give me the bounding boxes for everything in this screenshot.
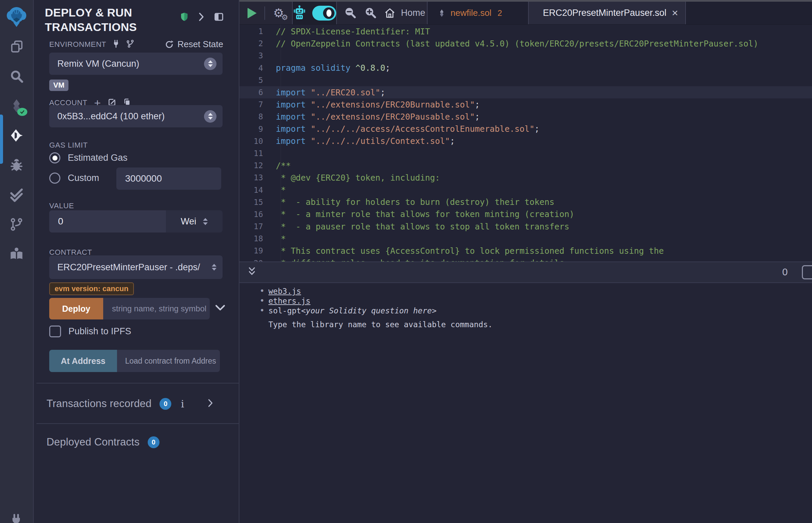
contract-select[interactable]: ERC20PresetMinterPauser - .deps/: [49, 255, 223, 279]
zoom-in-icon[interactable]: [364, 6, 377, 20]
unit-testing-icon[interactable]: [9, 187, 24, 202]
line-number: 10: [240, 137, 272, 146]
code-line[interactable]: 11: [240, 147, 812, 159]
terminal-link[interactable]: ethers.js: [268, 296, 311, 305]
code-line[interactable]: 12/**: [240, 159, 812, 172]
ai-copilot-robot-icon[interactable]: [293, 5, 306, 21]
terminal-item: •sol-gpt <your Solidity question here>: [260, 306, 812, 316]
line-number: 15: [240, 198, 272, 206]
code-line[interactable]: 5: [240, 74, 812, 86]
code-line[interactable]: 1// SPDX-License-Identifier: MIT: [240, 25, 812, 37]
line-number: 14: [240, 186, 272, 195]
account-select[interactable]: 0x5B3...eddC4 (100 ether): [49, 105, 223, 127]
code-line[interactable]: 10import "../../../utils/Context.sol";: [240, 135, 812, 147]
deploy-button[interactable]: Deploy: [49, 298, 103, 320]
terminal-item[interactable]: •web3.js: [260, 286, 812, 296]
deployed-count-badge: 0: [148, 436, 159, 448]
custom-gas-input[interactable]: [116, 167, 221, 190]
terminal-item[interactable]: •ethers.js: [260, 296, 812, 306]
estimated-gas-option[interactable]: Estimated Gas: [49, 152, 127, 163]
terminal-command: sol-gpt: [268, 306, 301, 315]
constructor-args-input[interactable]: [103, 298, 210, 320]
zoom-home-group: Home: [337, 2, 428, 24]
ai-copilot-toggle[interactable]: [312, 6, 336, 21]
transactions-expand-icon[interactable]: [208, 399, 213, 409]
at-address-input[interactable]: [117, 350, 220, 372]
code-text: * @dev {ERC20} token, including:: [272, 173, 440, 183]
run-group: ⚙⚙: [240, 2, 293, 24]
environment-fork-icon[interactable]: [126, 39, 135, 50]
reset-state-button[interactable]: Reset State: [164, 39, 223, 50]
publish-ipfs-label: Publish to IPFS: [68, 326, 131, 337]
collapse-chevron-icon[interactable]: [198, 12, 204, 22]
zoom-out-icon[interactable]: [343, 6, 356, 20]
value-unit-label: Wei: [181, 216, 196, 227]
environment-plug-icon[interactable]: [112, 39, 120, 50]
panel-title-icons: [180, 12, 224, 22]
plugin-manager-icon[interactable]: [9, 513, 23, 523]
tab-close-icon[interactable]: ×: [672, 7, 678, 19]
file-explorer-icon[interactable]: [9, 39, 24, 54]
git-icon[interactable]: [9, 217, 24, 232]
code-line[interactable]: 14 *: [240, 184, 812, 196]
toolbar-separator: [264, 6, 265, 20]
terminal-expand-icon[interactable]: [247, 266, 257, 279]
code-line[interactable]: 4pragma solidity ^0.8.0;: [240, 62, 812, 74]
code-line[interactable]: 8import "../extensions/ERC20Pausable.sol…: [240, 110, 812, 123]
publish-ipfs-checkbox[interactable]: [49, 326, 61, 337]
script-config-icon[interactable]: ⚙⚙: [273, 7, 284, 19]
environment-select[interactable]: Remix VM (Cancun): [49, 53, 223, 75]
value-unit-select[interactable]: Wei: [166, 210, 223, 233]
active-plugin-indicator: [0, 114, 3, 164]
environment-label: ENVIRONMENT: [49, 40, 106, 49]
code-line[interactable]: 6import "../ERC20.sol";: [240, 86, 812, 98]
code-line[interactable]: 17 * - a pauser role that allows to stop…: [240, 220, 812, 233]
home-icon: [384, 7, 395, 19]
custom-gas-radio[interactable]: [49, 173, 60, 184]
line-number: 20: [240, 259, 272, 262]
tab-erc20presetminterpauser[interactable]: ERC20PresetMinterPauser.sol ×: [529, 2, 686, 24]
home-tab[interactable]: Home: [384, 7, 425, 19]
terminal-search-box[interactable]: [802, 265, 812, 279]
code-line[interactable]: 2// OpenZeppelin Contracts (last updated…: [240, 37, 812, 50]
remix-logo-icon[interactable]: [6, 5, 27, 27]
learneth-icon[interactable]: [9, 247, 24, 262]
code-line[interactable]: 13 * @dev {ERC20} token, including:: [240, 172, 812, 184]
terminal-output[interactable]: •web3.js•ethers.js•sol-gpt <your Solidit…: [240, 283, 812, 523]
code-line[interactable]: 16 * - a minter role that allows for tok…: [240, 208, 812, 220]
expand-constructor-icon[interactable]: [215, 305, 225, 313]
publish-ipfs-row[interactable]: Publish to IPFS: [49, 326, 131, 337]
code-line[interactable]: 15 * - ability for holders to burn (dest…: [240, 196, 812, 208]
editor-toolbar: ⚙⚙: [240, 2, 812, 24]
code-line[interactable]: 7import "../extensions/ERC20Burnable.sol…: [240, 98, 812, 110]
estimated-gas-radio[interactable]: [49, 152, 60, 163]
run-script-icon[interactable]: [248, 8, 257, 19]
pin-panel-icon[interactable]: [214, 12, 224, 22]
code-editor[interactable]: 1// SPDX-License-Identifier: MIT2// Open…: [240, 24, 812, 262]
code-line[interactable]: 3: [240, 50, 812, 62]
code-line[interactable]: 9import "../../../access/AccessControlEn…: [240, 123, 812, 135]
debugger-icon[interactable]: [9, 158, 24, 173]
line-number: 1: [240, 27, 272, 36]
at-address-button[interactable]: At Address: [49, 350, 117, 372]
solidity-compiler-icon[interactable]: [9, 98, 24, 113]
code-text: import "../../../utils/Context.sol";: [272, 136, 455, 146]
tab-newfile-badge: 2: [497, 8, 502, 18]
deploy-run-icon[interactable]: [9, 128, 24, 143]
tab-newfile[interactable]: newfile.sol 2: [428, 2, 529, 24]
search-icon[interactable]: [9, 69, 24, 84]
code-line[interactable]: 19 * This contract uses {AccessControl} …: [240, 245, 812, 257]
code-text: import "../ERC20.sol";: [272, 88, 385, 97]
code-text: *: [272, 234, 286, 244]
custom-gas-option[interactable]: Custom: [49, 173, 99, 184]
terminal-link[interactable]: web3.js: [268, 287, 301, 295]
code-line[interactable]: 20 * different roles - head to its docum…: [240, 257, 812, 262]
transactions-recorded-section[interactable]: Transactions recorded 0 i: [47, 394, 239, 413]
line-number: 6: [240, 88, 272, 97]
code-text: * - a pauser role that allows to stop al…: [272, 222, 569, 232]
value-input[interactable]: [49, 210, 166, 233]
info-icon[interactable]: i: [181, 398, 184, 410]
line-number: 7: [240, 100, 272, 109]
code-line[interactable]: 18 *: [240, 233, 812, 245]
at-address-row: At Address: [49, 350, 220, 372]
